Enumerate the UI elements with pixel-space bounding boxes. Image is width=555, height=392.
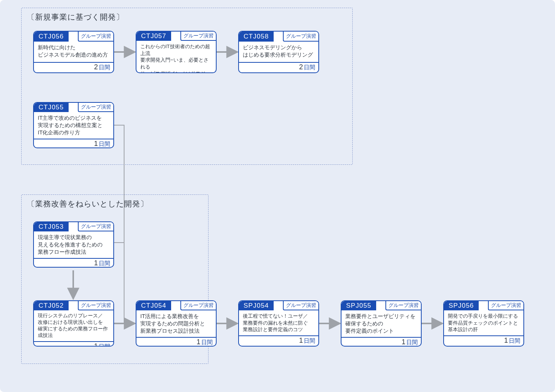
card-spj055[interactable]: SPJ055 グループ演習 業務要件とユーザビリティを 確保するための 要件定義…	[341, 300, 422, 347]
zone-title-improvement: 〔業務改善をねらいとした開発〕	[27, 199, 148, 209]
card-code: CTJ054	[136, 301, 171, 310]
card-duration-unit: 日間	[201, 339, 213, 346]
card-duration-unit: 日間	[99, 141, 110, 148]
card-title: IT主導で攻めのビジネスを 実現するための構想立案と IT化企画の作り方	[34, 112, 113, 139]
card-tag: グループ演習	[78, 301, 113, 310]
card-duration-value: 1	[299, 337, 303, 345]
card-duration-value: 1	[94, 140, 98, 148]
diagram-canvas: 〔新規事業に基づく開発〕 〔業務改善をねらいとした開発〕 CTJ	[0, 0, 555, 392]
card-tag: グループ演習	[488, 301, 523, 310]
zone-title-new-business: 〔新規事業に基づく開発〕	[27, 12, 124, 22]
card-tag: グループ演習	[78, 103, 113, 112]
card-duration-unit: 日間	[99, 64, 110, 71]
card-code: SPJ054	[239, 301, 274, 310]
card-duration-unit: 日間	[99, 343, 110, 347]
card-tag: グループ演習	[78, 32, 113, 42]
card-tag: グループ演習	[283, 32, 318, 42]
card-duration-unit: 日間	[406, 339, 418, 346]
card-duration-value: 1	[504, 337, 508, 345]
card-ctj057[interactable]: CTJ057 グループ演習 これからのIT技術者のための超上流 要求開発入門−い…	[136, 31, 217, 73]
card-code: CTJ052	[34, 301, 69, 310]
card-ctj055[interactable]: CTJ055 グループ演習 IT主導で攻めのビジネスを 実現するための構想立案と…	[33, 102, 114, 148]
card-spj054[interactable]: SPJ054 グループ演習 後工程で慌てない！ユーザ／ 業務要件の漏れを未然に防…	[238, 300, 319, 347]
card-title: 業務要件とユーザビリティを 確保するための 要件定義のポイント	[341, 310, 421, 337]
card-title: 開発での手戻りを最小限にする 要件品質チェックのポイントと 基本設計の肝	[444, 310, 523, 335]
card-duration-value: 2	[299, 63, 303, 71]
card-ctj052[interactable]: CTJ052 グループ演習 現行システムのリプレース／ 改修における現状洗い出し…	[33, 300, 114, 347]
card-title: これからのIT技術者のための超上流 要求開発入門−いま、必要とされる サービスデ…	[136, 41, 216, 73]
card-code: CTJ055	[34, 103, 69, 112]
card-title: ビジネスモデリングから はじめる要求分析モデリング	[239, 42, 318, 62]
card-ctj053[interactable]: CTJ053 グループ演習 現場主導で現状業務の 見える化を推進するための 業務…	[33, 221, 114, 268]
card-duration-unit: 日間	[509, 337, 520, 345]
card-tag: グループ演習	[180, 301, 216, 310]
card-duration-value: 2	[94, 63, 98, 71]
card-duration-unit: 日間	[99, 260, 110, 267]
card-duration-value: 1	[94, 259, 98, 267]
card-duration-value: 1	[402, 338, 405, 346]
card-tag: グループ演習	[283, 301, 318, 310]
card-ctj056[interactable]: CTJ056 グループ演習 新時代に向けた ビジネスモデル創造の進め方 2 日間	[33, 31, 114, 73]
card-title: 後工程で慌てない！ユーザ／ 業務要件の漏れを未然に防ぐ 業務設計と要件定義のコツ	[239, 310, 318, 335]
card-code: CTJ053	[34, 222, 69, 231]
card-duration-value: 1	[94, 342, 98, 347]
card-tag: グループ演習	[180, 32, 216, 41]
card-duration-unit: 日間	[304, 64, 315, 71]
card-duration-unit: 日間	[304, 337, 315, 345]
card-duration-value: 1	[197, 338, 200, 346]
card-code: SPJ056	[444, 301, 479, 310]
card-title: IT活用による業務改善を 実現するための問題分析と 新業務プロセス設計技法	[136, 310, 216, 337]
card-tag: グループ演習	[385, 301, 421, 310]
card-code: CTJ058	[239, 32, 274, 42]
card-spj056[interactable]: SPJ056 グループ演習 開発での手戻りを最小限にする 要件品質チェックのポイ…	[443, 300, 524, 347]
card-title: 現行システムのリプレース／ 改修における現状洗い出しを 確実にするための業務フロ…	[34, 310, 113, 341]
card-code: CTJ057	[136, 32, 171, 41]
card-ctj058[interactable]: CTJ058 グループ演習 ビジネスモデリングから はじめる要求分析モデリング …	[238, 31, 319, 73]
card-title: 新時代に向けた ビジネスモデル創造の進め方	[34, 42, 113, 62]
card-title: 現場主導で現状業務の 見える化を推進するための 業務フロー作成技法	[34, 231, 113, 258]
card-tag: グループ演習	[78, 222, 113, 231]
card-ctj054[interactable]: CTJ054 グループ演習 IT活用による業務改善を 実現するための問題分析と …	[136, 300, 217, 347]
card-code: CTJ056	[34, 32, 69, 42]
card-code: SPJ055	[341, 301, 376, 310]
